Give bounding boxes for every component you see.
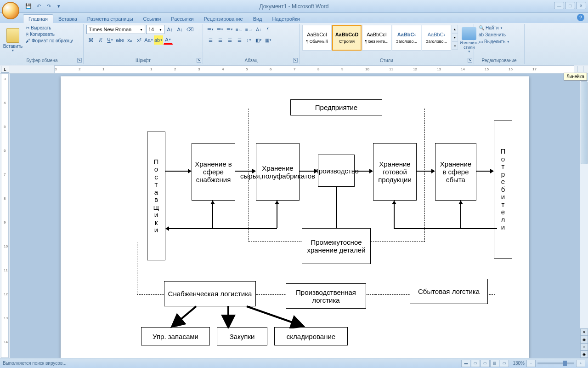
align-center-button[interactable]: ☰ bbox=[215, 35, 225, 45]
scroll-track[interactable] bbox=[580, 81, 588, 328]
clipboard-dialog-icon[interactable]: ⬊ bbox=[77, 58, 82, 63]
redo-icon[interactable]: ↷ bbox=[44, 2, 53, 11]
zoom-out-button[interactable]: − bbox=[526, 360, 536, 367]
sort-button[interactable]: A↓ bbox=[254, 25, 263, 34]
view-print-icon[interactable]: ▬ bbox=[461, 360, 470, 367]
style-strong[interactable]: AaBbCcDСтрогий bbox=[332, 25, 362, 51]
view-web-icon[interactable]: ▭ bbox=[481, 360, 490, 367]
styles-up-icon[interactable]: ▲ bbox=[452, 25, 458, 33]
scroll-down-icon[interactable]: ▼ bbox=[580, 328, 588, 336]
strike-button[interactable]: abc bbox=[115, 35, 124, 45]
prev-page-icon[interactable]: ◉ bbox=[580, 336, 588, 343]
style-nospacing[interactable]: AaBbCcI¶ Без инте... bbox=[362, 25, 391, 51]
zoom-in-button[interactable]: + bbox=[576, 360, 585, 367]
styles-dialog-icon[interactable]: ⬊ bbox=[468, 58, 472, 63]
next-page-icon[interactable]: ◉ bbox=[580, 351, 588, 358]
maximize-button[interactable]: □ bbox=[565, 2, 575, 9]
font-dialog-icon[interactable]: ⬊ bbox=[197, 58, 201, 63]
box-raw-storage[interactable]: Хранение сырья,полуфабрикатов bbox=[256, 143, 300, 201]
multilevel-button[interactable]: ☰▼ bbox=[225, 25, 234, 34]
minimize-button[interactable]: — bbox=[554, 2, 564, 9]
box-enterprise[interactable]: Предприятие bbox=[290, 99, 382, 115]
style-heading2[interactable]: AaBbC‹Заголово... bbox=[422, 25, 451, 51]
zoom-level[interactable]: 130% bbox=[513, 361, 525, 366]
paste-button[interactable]: Вставить ▼ bbox=[4, 25, 22, 55]
align-right-button[interactable]: ☰ bbox=[225, 35, 234, 45]
save-icon[interactable]: 💾 bbox=[24, 2, 33, 11]
qat-more-icon[interactable]: ▾ bbox=[54, 2, 63, 11]
borders-button[interactable]: ▦▼ bbox=[264, 35, 273, 45]
tab-references[interactable]: Ссылки bbox=[138, 15, 166, 23]
outdent-button[interactable]: ≡← bbox=[235, 25, 244, 34]
change-case-button[interactable]: Aa▼ bbox=[144, 35, 153, 45]
style-normal[interactable]: AaBbCcI¶ Обычный bbox=[302, 25, 332, 51]
font-size-combo[interactable]: 14▼ bbox=[146, 25, 164, 34]
show-marks-button[interactable]: ¶ bbox=[264, 25, 273, 34]
undo-icon[interactable]: ↶ bbox=[34, 2, 43, 11]
shrink-font-button[interactable]: A↓ bbox=[175, 25, 185, 34]
box-supply-log[interactable]: Снабженческая логистика bbox=[164, 281, 256, 306]
numbering-button[interactable]: ☰▼ bbox=[215, 25, 225, 34]
tab-insert[interactable]: Вставка bbox=[53, 15, 82, 23]
box-prod-log[interactable]: Производственная логстика bbox=[286, 283, 366, 309]
styles-more-icon[interactable]: ≡ bbox=[452, 41, 458, 50]
zoom-slider[interactable] bbox=[537, 362, 574, 364]
superscript-button[interactable]: x² bbox=[135, 35, 144, 45]
box-purchasing[interactable]: Закупки bbox=[217, 327, 267, 345]
find-button[interactable]: 🔍Найти▼ bbox=[477, 25, 521, 31]
font-color-button[interactable]: A▼ bbox=[164, 35, 173, 45]
scroll-thumb[interactable] bbox=[581, 81, 588, 164]
justify-button[interactable]: ☰ bbox=[235, 35, 244, 45]
bold-button[interactable]: Ж bbox=[86, 35, 96, 45]
office-button[interactable] bbox=[2, 2, 19, 19]
box-sales-storage[interactable]: Хранение в сфере сбыта bbox=[435, 143, 476, 201]
subscript-button[interactable]: x₂ bbox=[125, 35, 134, 45]
format-painter-button[interactable]: 🖌Формат по образцу bbox=[24, 38, 75, 44]
box-intermediate[interactable]: Промежутосное хранение деталей bbox=[302, 228, 371, 264]
box-sales-log[interactable]: Сбытовая логстика bbox=[410, 279, 488, 304]
view-read-icon[interactable]: ▭ bbox=[471, 360, 480, 367]
vertical-ruler[interactable]: 34567891011121314 bbox=[1, 74, 9, 358]
cut-button[interactable]: ✂Вырезать bbox=[24, 25, 75, 31]
tab-layout[interactable]: Разметка страницы bbox=[82, 15, 138, 23]
tab-addins[interactable]: Надстройки bbox=[267, 15, 305, 23]
indent-button[interactable]: ≡→ bbox=[244, 25, 254, 34]
box-suppliers[interactable]: Поставщики bbox=[147, 132, 165, 260]
copy-button[interactable]: ⎘Копировать bbox=[24, 31, 75, 37]
zoom-thumb[interactable] bbox=[563, 361, 567, 366]
grow-font-button[interactable]: A↑ bbox=[165, 25, 175, 34]
help-button[interactable]: ? bbox=[577, 14, 584, 21]
select-button[interactable]: ▭Выделить▼ bbox=[477, 39, 521, 45]
align-left-button[interactable]: ☰ bbox=[206, 35, 215, 45]
underline-button[interactable]: Ч▼ bbox=[106, 35, 115, 45]
box-production[interactable]: Производство bbox=[318, 155, 355, 187]
italic-button[interactable]: К bbox=[96, 35, 105, 45]
replace-button[interactable]: abЗаменить bbox=[477, 32, 521, 38]
tab-selector[interactable]: L bbox=[1, 66, 9, 73]
ruler-toggle-button[interactable] bbox=[577, 66, 583, 72]
clear-format-button[interactable]: ⌫ bbox=[186, 25, 195, 34]
bullets-button[interactable]: ☰▼ bbox=[206, 25, 215, 34]
shading-button[interactable]: ◧▼ bbox=[254, 35, 263, 45]
box-inventory[interactable]: Упр. запасами bbox=[141, 327, 210, 345]
close-button[interactable]: × bbox=[576, 2, 586, 9]
style-heading1[interactable]: AaBbC‹Заголово... bbox=[392, 25, 421, 51]
paragraph-dialog-icon[interactable]: ⬊ bbox=[293, 58, 298, 63]
view-outline-icon[interactable]: ▤ bbox=[490, 360, 499, 367]
box-warehousing[interactable]: складирование bbox=[274, 327, 348, 345]
horizontal-ruler[interactable]: 3211234567891011121314151617 bbox=[54, 65, 574, 74]
line-spacing-button[interactable]: ↕▼ bbox=[244, 35, 254, 45]
tab-view[interactable]: Вид bbox=[248, 15, 267, 23]
box-consumers[interactable]: Потребители bbox=[494, 121, 512, 259]
box-supply-storage[interactable]: Хранение в сфере снабжения bbox=[192, 143, 235, 201]
tab-review[interactable]: Рецензирование bbox=[199, 15, 248, 23]
tab-mailings[interactable]: Рассылки bbox=[166, 15, 198, 23]
font-family-combo[interactable]: Times New Roman▼ bbox=[86, 25, 145, 34]
box-finished-storage[interactable]: Хранение готовой продукции bbox=[373, 143, 417, 201]
highlight-button[interactable]: ab▼ bbox=[154, 35, 163, 45]
tab-home[interactable]: Главная bbox=[23, 14, 53, 23]
view-draft-icon[interactable]: ▭ bbox=[500, 360, 509, 367]
vertical-scrollbar[interactable]: ▲ ▼ ◉ ○ ◉ bbox=[580, 74, 588, 358]
document-scroll[interactable]: Предприятие Поставщики Потребители Хране… bbox=[10, 74, 580, 358]
page[interactable]: Предприятие Поставщики Потребители Хране… bbox=[61, 76, 529, 358]
